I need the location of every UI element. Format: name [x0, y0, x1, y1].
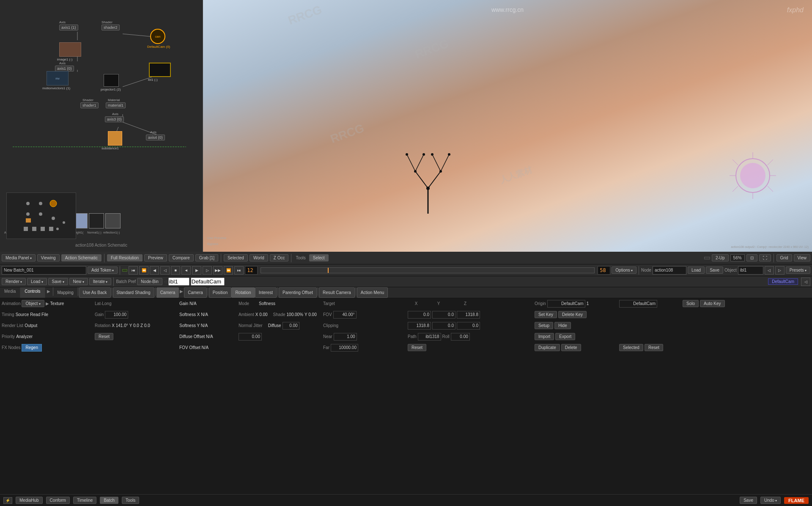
pb-play-bwd[interactable]: ◄ — [181, 266, 191, 275]
reset-btn2[interactable]: Reset — [645, 344, 663, 351]
select-btn[interactable]: Select — [309, 254, 329, 261]
use-as-back-btn[interactable]: Use As Back — [79, 287, 111, 298]
conform-btn[interactable]: Conform — [46, 497, 70, 504]
view-btn[interactable]: View — [794, 254, 811, 261]
pb-stop[interactable]: ■ — [171, 266, 180, 275]
pb-prev-frame[interactable]: ◁ — [160, 266, 170, 275]
near-field[interactable] — [334, 333, 357, 341]
setup-btn[interactable]: Setup — [535, 322, 553, 329]
grab-btn[interactable]: Grab [1] — [195, 254, 218, 261]
z-occ-btn[interactable]: Z Occ — [270, 254, 289, 261]
viewing-btn[interactable]: Viewing — [37, 254, 60, 261]
save-flame-btn[interactable]: Save — [740, 497, 757, 504]
defaultcam-field[interactable] — [191, 278, 225, 286]
auto-key-btn[interactable]: Auto Key — [700, 300, 725, 307]
position-btn[interactable]: Position — [209, 287, 232, 298]
duplicate-btn[interactable]: Duplicate — [535, 344, 560, 351]
axis4-node[interactable]: axis4 (0) — [146, 135, 165, 140]
substance1-node[interactable] — [108, 131, 122, 146]
save-btn[interactable]: Save — [706, 267, 723, 274]
render-btn[interactable]: Render — [2, 278, 26, 285]
hide-btn[interactable]: Hide — [554, 322, 571, 329]
axis0-node[interactable]: axis1 (0) — [55, 66, 74, 72]
batch-name-field[interactable] — [2, 266, 86, 275]
timeline-slider[interactable] — [261, 267, 595, 273]
reset-cam-btn[interactable]: Reset — [408, 344, 426, 351]
camera-tab-btn[interactable]: Camera — [156, 287, 179, 298]
standard-shading-btn[interactable]: Standard Shading — [113, 287, 154, 298]
obj-next[interactable]: ▷ — [775, 266, 785, 275]
pb-next-frame[interactable]: ▷ — [203, 266, 212, 275]
pb-play-fwd[interactable]: ▶ — [192, 266, 201, 275]
axis1-node[interactable]: axis1 (1) — [59, 25, 78, 30]
batch-btn[interactable]: Batch — [100, 497, 118, 504]
grid-btn[interactable]: Grid — [776, 254, 792, 261]
z-pos-field2[interactable] — [408, 322, 431, 330]
media-panel-btn[interactable]: Media Panel — [2, 254, 36, 261]
diffuse-field[interactable] — [283, 322, 299, 330]
ibl1-field[interactable] — [168, 278, 189, 286]
shader2-node[interactable]: shader2 — [102, 25, 120, 30]
defaultcam-display[interactable]: DefaultCam — [768, 278, 798, 285]
tab-node-prefs[interactable]: Media — [0, 287, 20, 298]
camera-node[interactable]: cam — [150, 29, 165, 44]
load-btn2[interactable]: Load — [27, 278, 47, 285]
set-key-btn[interactable]: Set Key — [535, 311, 557, 318]
world-btn[interactable]: World — [250, 254, 268, 261]
pb-to-start[interactable]: ⏮ — [129, 266, 138, 275]
parenting-offset-btn[interactable]: Parenting Offset — [279, 287, 317, 298]
end-frame[interactable]: 58 — [598, 266, 610, 275]
mini-graph[interactable] — [6, 192, 76, 239]
gain-field[interactable] — [105, 311, 128, 319]
motionvectors-node[interactable]: mv — [47, 71, 69, 85]
full-resolution-btn[interactable]: Full Resolution — [107, 254, 143, 261]
y-pos-field[interactable] — [432, 311, 455, 319]
image1-node[interactable] — [59, 42, 81, 57]
material1-node[interactable]: material1 — [106, 102, 126, 108]
y-int-field[interactable] — [457, 322, 480, 330]
action-schematic-btn[interactable]: Action Schematic — [61, 254, 102, 261]
zero-field[interactable] — [239, 333, 262, 341]
pb-prev[interactable]: ◀ — [150, 266, 159, 275]
result-cam-field[interactable] — [619, 300, 657, 308]
projector1-node[interactable] — [104, 74, 119, 87]
2up-btn[interactable]: 2-Up — [712, 254, 729, 261]
options-btn[interactable]: Options — [612, 267, 636, 274]
z-pos-field[interactable] — [457, 311, 480, 319]
object-dropdown[interactable]: Object — [22, 300, 44, 307]
shader1-node[interactable]: shader1 — [80, 102, 99, 108]
reset-rotation-btn[interactable]: Reset — [95, 333, 113, 340]
x-int-field[interactable] — [432, 322, 455, 330]
camera-btn[interactable]: Camera — [184, 287, 207, 298]
delete-key-btn[interactable]: Delete Key — [558, 311, 587, 318]
new-btn[interactable]: New — [69, 278, 88, 285]
pb-next[interactable]: ▶▶ — [213, 266, 222, 275]
object-value-field[interactable] — [738, 266, 763, 275]
roll-field[interactable] — [451, 333, 470, 341]
selected-btn2[interactable]: Selected — [619, 344, 643, 351]
rotation-btn[interactable]: Rotation — [231, 287, 255, 298]
far-field[interactable] — [331, 344, 358, 352]
selected-btn[interactable]: Selected — [224, 254, 248, 261]
add-token-btn[interactable]: Add Token — [88, 267, 118, 274]
pb-prev-key[interactable]: ⏪ — [139, 266, 148, 275]
origin-field[interactable] — [547, 300, 585, 308]
export-btn[interactable]: Export — [555, 333, 575, 340]
fov-field[interactable] — [333, 311, 357, 319]
action-menu-btn[interactable]: Action Menu — [357, 287, 388, 298]
pb-to-end[interactable]: ⏭ — [234, 266, 244, 275]
node-graph-panel[interactable]: Axis axis1 (1) Shader shader2 cam Defaul… — [0, 0, 203, 252]
node-value-field[interactable] — [653, 266, 686, 275]
current-frame[interactable]: 12 — [245, 266, 258, 275]
interest-btn[interactable]: Interest — [255, 287, 277, 298]
regen-btn[interactable]: Regen — [22, 344, 41, 352]
path-field[interactable] — [418, 333, 441, 341]
timeline-btn[interactable]: Timeline — [73, 497, 96, 504]
pb-next-key[interactable]: ⏩ — [224, 266, 233, 275]
solo-btn[interactable]: Solo — [683, 300, 699, 307]
x-pos-field[interactable] — [408, 311, 431, 319]
compare-btn[interactable]: Compare — [169, 254, 194, 261]
axis3-node[interactable]: axis3 (0) — [105, 116, 124, 122]
save-btn2[interactable]: Save — [48, 278, 68, 285]
iterate-btn[interactable]: Iterate — [89, 278, 112, 285]
